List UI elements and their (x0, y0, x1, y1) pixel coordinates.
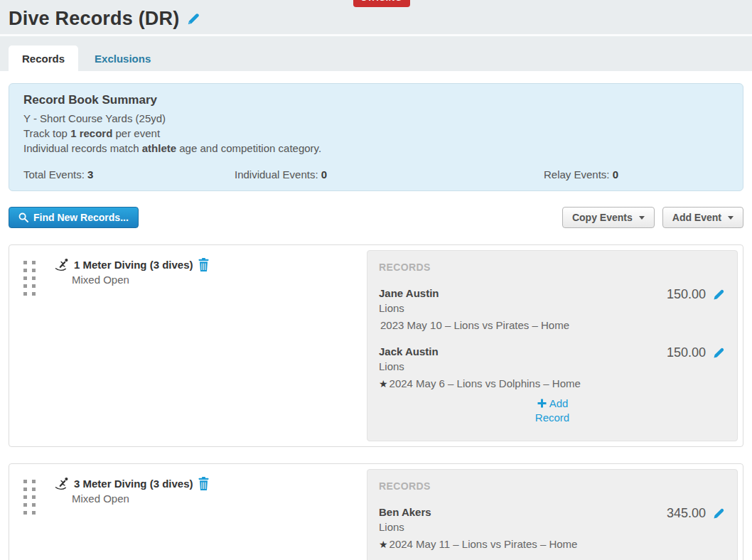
summary-match-line: Individual records match athlete age and… (23, 141, 729, 156)
records-header: RECORDS (379, 262, 726, 273)
event-title: 1 Meter Diving (3 dives) (74, 259, 193, 271)
record-row: Jack Austin Lions ★2024 May 6 – Lions vs… (379, 345, 726, 389)
star-icon: ★ (379, 378, 388, 389)
chevron-down-icon (728, 216, 734, 220)
records-panel: RECORDS Ben Akers Lions ★2024 May 11 – L… (367, 469, 738, 560)
edit-record-pencil-icon[interactable] (712, 507, 726, 520)
record-athlete-name: Ben Akers (379, 506, 648, 518)
record-score: 150.00 (667, 287, 706, 302)
record-row: Ben Akers Lions ★2024 May 11 – Lions vs … (379, 506, 726, 550)
event-card: 3 Meter Diving (3 dives) Mixed Open RECO… (9, 463, 743, 560)
page: STAGING Dive Records (DR) Records Exclus… (0, 0, 752, 560)
record-athlete-name: Jack Austin (379, 345, 648, 357)
add-event-button[interactable]: Add Event (662, 207, 743, 228)
event-card: 1 Meter Diving (3 dives) Mixed Open RECO… (9, 244, 743, 447)
edit-record-pencil-icon[interactable] (712, 346, 726, 360)
edit-record-pencil-icon[interactable] (712, 288, 726, 301)
event-category: Mixed Open (72, 274, 367, 286)
edit-title-pencil-icon[interactable] (186, 11, 201, 26)
summary-track-line: Track top 1 record per event (23, 126, 729, 141)
record-book-summary: Record Book Summary Y - Short Course Yar… (9, 83, 743, 191)
record-meet: ★2024 May 6 – Lions vs Dolphins – Home (379, 377, 648, 389)
summary-stats: Total Events: 3 Individual Events: 0 Rel… (23, 168, 729, 181)
record-team: Lions (379, 302, 648, 314)
copy-events-button[interactable]: Copy Events (562, 207, 655, 228)
stat-total-events: Total Events: 3 (23, 168, 235, 181)
staging-badge: STAGING (353, 0, 410, 7)
tab-exclusions[interactable]: Exclusions (81, 45, 164, 71)
event-category: Mixed Open (72, 492, 367, 505)
drag-handle[interactable] (23, 261, 36, 296)
records-panel: RECORDS Jane Austin Lions 2023 May 10 – … (367, 250, 738, 441)
page-title: Dive Records (DR) (9, 8, 179, 30)
record-row: Jane Austin Lions 2023 May 10 – Lions vs… (379, 287, 726, 331)
record-athlete-name: Jane Austin (379, 287, 648, 299)
summary-title: Record Book Summary (23, 93, 729, 107)
records-header: RECORDS (379, 480, 726, 492)
summary-course-line: Y - Short Course Yards (25yd) (23, 111, 729, 126)
delete-event-trash-icon[interactable] (198, 477, 210, 490)
record-score: 150.00 (667, 345, 706, 360)
star-icon: ★ (379, 539, 388, 550)
topbar: STAGING Dive Records (DR) (0, 0, 752, 36)
record-score: 345.00 (667, 506, 706, 521)
chevron-down-icon (639, 216, 645, 220)
tabstrip: Records Exclusions (0, 36, 752, 71)
find-new-records-button[interactable]: Find New Records... (9, 207, 139, 228)
plus-icon (537, 398, 547, 409)
record-team: Lions (379, 360, 648, 372)
drag-handle[interactable] (23, 480, 36, 515)
delete-event-trash-icon[interactable] (198, 258, 210, 271)
record-team: Lions (379, 521, 648, 533)
diver-icon (55, 258, 70, 271)
tab-records[interactable]: Records (9, 45, 78, 71)
record-meet: 2023 May 10 – Lions vs Pirates – Home (379, 319, 648, 331)
stat-relay-events: Relay Events: 0 (544, 168, 729, 181)
record-meet: ★2024 May 11 – Lions vs Pirates – Home (379, 538, 648, 550)
event-info: 3 Meter Diving (3 dives) Mixed Open (14, 469, 367, 560)
search-icon (18, 212, 28, 222)
add-record-link[interactable]: Add Record (526, 397, 579, 425)
event-info: 1 Meter Diving (3 dives) Mixed Open (14, 250, 367, 441)
stat-individual-events: Individual Events: 0 (235, 168, 544, 181)
diver-icon (55, 477, 70, 490)
toolbar: Find New Records... Copy Events Add Even… (9, 207, 743, 228)
event-title: 3 Meter Diving (3 dives) (74, 478, 193, 490)
